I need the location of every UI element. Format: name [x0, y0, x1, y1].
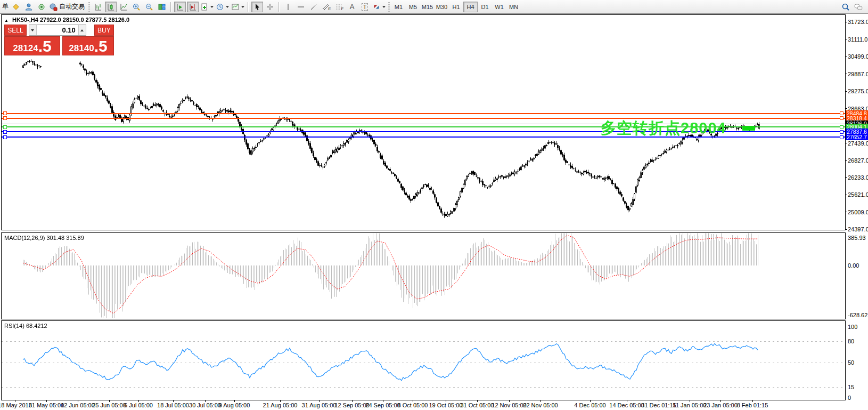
arrows-dropdown-caret	[382, 6, 386, 8]
horizontal-line-tool-button[interactable]	[295, 2, 307, 12]
sell-price-button[interactable]: 28124 .5	[4, 36, 60, 55]
auto-scroll-button[interactable]	[174, 2, 186, 12]
market-watch-button[interactable]	[23, 2, 35, 12]
line-chart-button[interactable]	[118, 2, 129, 12]
time-axis-label: 9 Aug 05:00	[219, 402, 250, 408]
autotrading-icon	[49, 3, 58, 11]
collapse-panel-icon[interactable]: ▲	[4, 18, 9, 23]
time-axis-label: 12 Jun 05:00	[61, 402, 95, 408]
green-rectangle-object[interactable]	[742, 126, 755, 131]
price-axis-label: 31723.0	[848, 19, 868, 25]
timeframe-button-m30[interactable]: M30	[435, 2, 449, 12]
toolbar-partial-label: 单	[2, 2, 9, 11]
timeframe-button-m15[interactable]: M15	[420, 2, 435, 12]
timeframe-button-w1[interactable]: W1	[492, 2, 506, 12]
time-axis-label: 24 Sep 05:00	[365, 402, 400, 408]
line-handle-left[interactable]	[3, 111, 7, 115]
line-handle-right[interactable]	[840, 130, 844, 134]
toolbar-separator	[248, 2, 249, 12]
time-axis-label: 22 Nov 05:00	[523, 402, 558, 408]
line-handle-left[interactable]	[3, 116, 7, 120]
volume-value[interactable]: 0.10	[37, 25, 78, 35]
volume-stepper: 0.10	[29, 25, 86, 36]
chat-icon	[854, 3, 863, 11]
new-order-button[interactable]	[10, 2, 22, 12]
price-axis-label: 30499.0	[848, 53, 868, 60]
line-handle-left[interactable]	[3, 125, 7, 129]
price-axis-label: 27439.0	[848, 140, 868, 147]
price-axis-label: 24397.0	[848, 226, 868, 232]
price-axis-tick	[845, 91, 847, 92]
fibonacci-tool-button[interactable]: F	[333, 2, 345, 12]
volume-increase-button[interactable]	[78, 25, 86, 35]
arrows-tool-button[interactable]	[372, 2, 386, 12]
periods-button[interactable]	[215, 2, 230, 12]
zoom-out-icon	[145, 3, 153, 11]
rsi-axis-label: 50	[848, 359, 854, 366]
macd-axis-label: -628.62	[848, 312, 867, 318]
sell-button[interactable]: SELL	[4, 25, 27, 36]
chat-button[interactable]	[853, 2, 864, 12]
label-tool-button[interactable]: T	[359, 2, 371, 12]
buy-button[interactable]: BUY	[94, 25, 114, 36]
templates-dropdown-caret	[241, 6, 244, 8]
toolbar-grip	[388, 2, 390, 12]
auto-scroll-icon	[176, 3, 184, 11]
time-axis-label: 25 Jun 05:00	[92, 402, 126, 408]
macd-axis-label: 0.00	[848, 262, 859, 269]
macd-chart-canvas	[2, 233, 845, 319]
line-chart-icon	[119, 3, 128, 11]
signals-button[interactable]	[36, 2, 47, 12]
line-handle-right[interactable]	[840, 111, 844, 115]
add-indicator-icon	[200, 3, 209, 11]
time-axis-label: 23 Jan 05:00	[703, 402, 738, 408]
channel-tool-button[interactable]: E	[321, 2, 332, 12]
zoom-in-button[interactable]	[130, 2, 142, 12]
rsi-chart-canvas	[2, 321, 845, 400]
price-axis-tick	[845, 22, 847, 22]
zoom-out-button[interactable]	[143, 2, 155, 12]
line-handle-left[interactable]	[3, 130, 7, 134]
line-handle-left[interactable]	[3, 135, 7, 139]
vertical-line-tool-button[interactable]	[282, 2, 294, 12]
volume-decrease-button[interactable]	[29, 25, 37, 35]
horizontal-line-object[interactable]	[2, 113, 845, 114]
timeframe-button-mn[interactable]: MN	[506, 2, 521, 12]
autotrading-button[interactable]: 自动交易	[48, 2, 86, 12]
buy-price-button[interactable]: 28140 .5	[62, 36, 114, 55]
crosshair-tool-button[interactable]	[264, 2, 276, 12]
chart-annotation-text[interactable]: 多空转折点28004	[601, 118, 726, 139]
chart-shift-button[interactable]	[187, 2, 199, 12]
bar-chart-button[interactable]	[92, 2, 104, 12]
search-button[interactable]	[840, 2, 851, 12]
cursor-tool-button[interactable]	[251, 2, 263, 12]
time-axis-label: 31 Dec 01:15	[641, 402, 676, 408]
time-axis-label: 4 Dec 05:00	[574, 402, 605, 408]
label-tool-icon: T	[362, 3, 369, 11]
new-order-icon	[12, 3, 20, 11]
timeframe-button-d1[interactable]: D1	[478, 2, 492, 12]
periods-dropdown-caret	[226, 6, 229, 8]
time-axis-label: 12 Sep 05:00	[334, 402, 369, 408]
buy-price-pip: .5	[94, 39, 108, 53]
trading-app-window: 单 自动交易	[0, 0, 868, 410]
candlestick-chart-button[interactable]	[105, 2, 117, 12]
channel-letter: E	[328, 6, 331, 11]
cursor-icon	[253, 3, 261, 11]
templates-button[interactable]	[231, 2, 245, 12]
text-tool-button[interactable]: A	[346, 2, 358, 12]
timeframe-button-h4[interactable]: H4	[463, 2, 478, 12]
tile-windows-button[interactable]	[156, 2, 168, 12]
line-handle-right[interactable]	[840, 125, 844, 129]
line-handle-right[interactable]	[840, 116, 844, 120]
triangle-up-icon	[80, 29, 84, 31]
indicators-button[interactable]	[200, 2, 214, 12]
price-axis-tick	[845, 108, 847, 109]
rsi-axis-label: 80	[848, 338, 854, 344]
trendline-tool-button[interactable]	[308, 2, 320, 12]
line-handle-right[interactable]	[840, 135, 844, 139]
timeframe-button-m1[interactable]: M1	[391, 2, 406, 12]
timeframe-button-m5[interactable]: M5	[406, 2, 420, 12]
rsi-label: RSI(14) 68.4212	[4, 323, 47, 329]
timeframe-button-h1[interactable]: H1	[449, 2, 463, 12]
